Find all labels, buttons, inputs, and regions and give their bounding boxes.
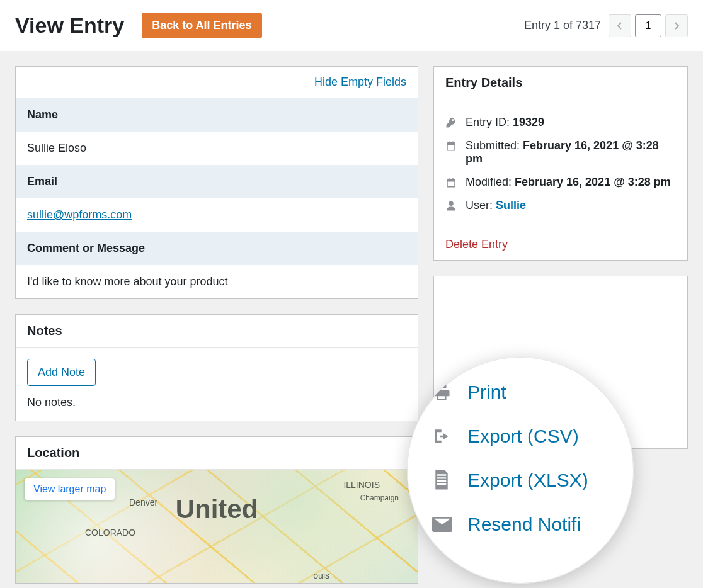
user-link[interactable]: Sullie [496,199,526,212]
entry-fields-panel: Hide Empty Fields Name Sullie Eloso Emai… [15,66,418,299]
modified-row: Modified: February 16, 2021 @ 3:28 pm [466,176,671,189]
add-note-button[interactable]: Add Note [27,359,96,386]
notes-title: Notes [16,315,418,348]
hide-empty-fields-link[interactable]: Hide Empty Fields [314,76,406,88]
pager-text: Entry 1 of 7317 [524,19,601,32]
field-label-name: Name [16,98,418,132]
zoom-magnifier: Print Export (CSV) Export (XLSX) Resend … [407,357,634,584]
key-icon [445,117,458,128]
mail-icon [432,517,456,532]
field-value-email-link[interactable]: sullie@wpforms.com [27,208,132,221]
calendar-icon [445,140,458,152]
user-row: User: Sullie [466,199,526,212]
submitted-row: Submitted: February 16, 2021 @ 3:28 pm [466,139,676,166]
file-icon [432,470,456,491]
export-csv-action[interactable]: Export (CSV) [432,414,609,458]
field-value-comment: I'd like to know more about your product [16,265,418,298]
no-notes-text: No notes. [27,396,406,409]
pager-prev-button[interactable] [609,14,631,37]
map-label-denver: Denver [129,497,157,507]
export-icon [432,426,456,446]
pager-page-input[interactable] [635,14,661,37]
map-label-illinois: ILLINOIS [343,480,380,490]
entry-details-panel: Entry Details Entry ID: 19329 Submitted:… [433,66,688,261]
calendar-icon [445,177,458,188]
entry-details-title: Entry Details [434,67,687,99]
chevron-right-icon [673,21,680,30]
chevron-left-icon [616,21,624,30]
field-value-name: Sullie Eloso [16,132,418,165]
print-action[interactable]: Print [432,370,609,414]
map-label-united: United [176,494,258,524]
delete-entry-link[interactable]: Delete Entry [445,238,508,251]
view-larger-map-button[interactable]: View larger map [25,478,115,500]
topbar: View Entry Back to All Entries Entry 1 o… [0,0,703,51]
pager-next-button[interactable] [665,14,688,37]
location-map[interactable]: View larger map United Denver ILLINOIS C… [16,470,418,583]
notes-panel: Notes Add Note No notes. [15,314,418,421]
location-panel: Location View larger map United Denver I… [15,436,418,584]
map-label-colorado: COLORADO [85,528,135,538]
pager-controls [609,14,688,37]
location-title: Location [16,437,418,470]
resend-notifications-action[interactable]: Resend Notifi [432,502,609,546]
export-xlsx-action[interactable]: Export (XLSX) [432,458,609,502]
entry-id-row: Entry ID: 19329 [466,116,544,129]
map-label-champaign: Champaign [360,494,399,502]
field-label-email: Email [16,165,418,198]
pager: Entry 1 of 7317 [524,14,688,37]
page-title: View Entry [15,13,124,38]
user-icon [445,200,458,212]
map-label-ouis: ouis [313,570,329,580]
back-to-entries-button[interactable]: Back to All Entries [142,13,261,38]
field-label-comment: Comment or Message [16,232,418,265]
